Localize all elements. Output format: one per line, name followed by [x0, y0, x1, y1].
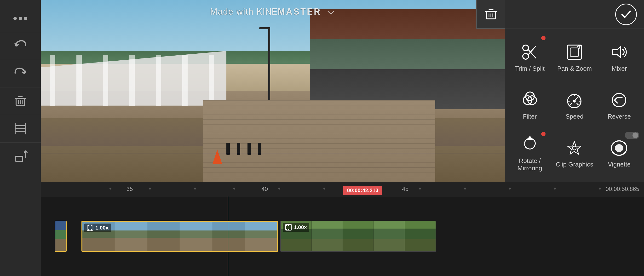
trim-split-indicator	[541, 36, 546, 40]
ruler-label-45: 45	[402, 186, 408, 192]
mixer-label: Mixer	[612, 65, 627, 72]
traffic-cone	[212, 150, 222, 164]
export-button[interactable]	[0, 142, 41, 170]
timeline-ruler: 35 40 00:00:42.213 45	[41, 182, 644, 196]
next-frame-5	[405, 221, 436, 251]
ruler-dot	[194, 188, 196, 190]
end-time: 00:00:50.865	[606, 186, 639, 192]
track-scroll-area[interactable]: 1.00x	[82, 196, 644, 276]
pan-zoom-icon	[565, 42, 584, 62]
boats-detail	[50, 54, 226, 106]
clip-next-badge: 1.00x	[283, 223, 309, 232]
delete-overlay-button[interactable]	[476, 0, 505, 29]
ruler-dot	[599, 188, 601, 190]
clip-graphics-label: Clip Graphics	[556, 161, 593, 168]
tool-reverse[interactable]: Reverse	[597, 82, 642, 130]
watermark-arrow-icon	[326, 8, 336, 17]
frame-2	[115, 222, 147, 251]
vignette-icon	[610, 138, 629, 158]
frame-3	[147, 222, 180, 251]
cobblestone-path	[203, 100, 435, 182]
clip-selected[interactable]: 1.00x	[82, 221, 278, 252]
delete-icon	[13, 94, 28, 108]
tool-clip-graphics[interactable]: Clip Graphics	[552, 130, 597, 177]
trim-split-label: Trim / Split	[515, 65, 544, 72]
svg-marker-38	[528, 136, 532, 140]
film-strip-icon	[87, 224, 94, 231]
confirm-button[interactable]	[615, 4, 637, 25]
clip-selected-badge: 1.00x	[84, 224, 111, 232]
svg-rect-52	[286, 224, 287, 226]
svg-rect-46	[90, 225, 90, 226]
svg-point-20	[523, 54, 528, 59]
track-inner: 1.00x	[82, 196, 644, 276]
vignette-label: Vignette	[608, 161, 630, 168]
svg-rect-56	[288, 229, 289, 230]
svg-rect-23	[567, 45, 582, 59]
film-strip-next-icon	[285, 224, 292, 231]
lamp-arm	[259, 27, 268, 29]
watermark: Made with KINEMASTER	[210, 7, 336, 17]
ruler-dot	[554, 188, 556, 190]
next-frame-2	[312, 221, 342, 251]
svg-point-40	[572, 146, 576, 150]
toggle-knob	[632, 132, 638, 138]
speed-icon	[565, 90, 584, 110]
svg-point-31	[573, 100, 575, 102]
ruler-dot	[509, 188, 511, 190]
next-frame-4	[374, 221, 404, 251]
rotate-indicator	[541, 132, 546, 136]
svg-rect-45	[88, 225, 89, 226]
tool-vignette[interactable]: Vignette	[597, 130, 642, 177]
svg-rect-11	[16, 156, 23, 162]
more-options-button[interactable]	[0, 5, 41, 32]
clip-speed-label: 1.00x	[95, 225, 108, 231]
dot-3	[24, 17, 27, 20]
tool-speed[interactable]: Speed	[552, 82, 597, 130]
svg-marker-39	[568, 141, 581, 154]
svg-rect-49	[90, 229, 90, 231]
undo-icon	[13, 39, 28, 53]
adjust-tracks-button[interactable]	[0, 115, 41, 142]
timeline-section: 35 40 00:00:42.213 45	[41, 182, 644, 276]
ruler-dots-row: 35 40 00:00:42.213 45	[82, 186, 644, 195]
filter-label: Filter	[523, 113, 537, 120]
vignette-toggle[interactable]	[625, 132, 639, 139]
top-section: Made with KINEMASTER	[41, 0, 644, 182]
reverse-icon	[610, 90, 629, 110]
svg-rect-55	[286, 229, 287, 230]
tool-pan-zoom[interactable]: Pan & Zoom	[552, 34, 597, 82]
svg-rect-24	[570, 48, 578, 56]
playhead	[228, 196, 228, 276]
track-container: 1.00x	[41, 196, 644, 276]
redo-button[interactable]	[0, 60, 41, 88]
rotate-icon	[520, 135, 539, 154]
svg-rect-57	[290, 229, 290, 230]
tool-mixer[interactable]: Mixer	[597, 34, 642, 82]
svg-point-43	[612, 141, 627, 155]
speed-label: Speed	[566, 113, 584, 120]
current-time-badge: 00:00:42.213	[343, 186, 382, 195]
ruler-marks-container: 35 40 00:00:42.213 45	[82, 186, 644, 195]
clip-next[interactable]: 1.00x	[280, 221, 436, 252]
reverse-label: Reverse	[608, 113, 631, 120]
tool-trim-split[interactable]: Trim / Split	[508, 34, 552, 82]
tool-filter[interactable]: Filter	[508, 82, 552, 130]
main-content: Made with KINEMASTER	[41, 0, 644, 276]
panel-tools-grid: Trim / Split Pan & Zoom	[505, 29, 644, 182]
panel-top-bar	[505, 0, 644, 29]
svg-line-34	[577, 104, 578, 105]
buildings-right	[310, 9, 505, 109]
undo-button[interactable]	[0, 32, 41, 60]
frame-6	[244, 222, 277, 251]
volume-icon	[610, 42, 629, 62]
watermark-master: MASTER	[278, 7, 321, 16]
svg-rect-47	[91, 225, 92, 226]
tool-rotate-mirroring[interactable]: Rotate / Mirroring	[508, 130, 552, 177]
svg-rect-53	[288, 224, 289, 226]
ruler-dot	[324, 188, 325, 190]
delete-button[interactable]	[0, 88, 41, 115]
watermark-kine: KINE	[256, 7, 278, 16]
timeline-tracks: 1.00x	[41, 196, 644, 276]
redo-icon	[13, 66, 28, 81]
